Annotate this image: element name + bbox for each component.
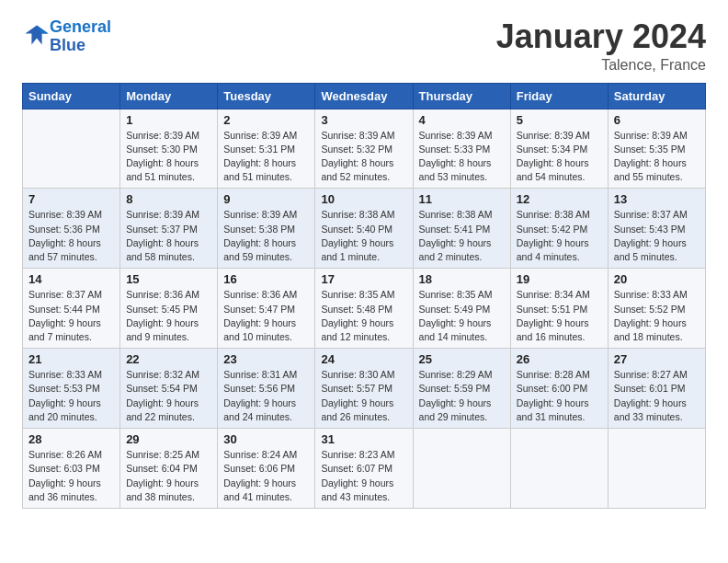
day-number: 10 <box>321 192 406 206</box>
column-header-sunday: Sunday <box>23 83 120 109</box>
day-info: Sunrise: 8:25 AMSunset: 6:04 PMDaylight:… <box>126 448 211 504</box>
calendar-cell: 12Sunrise: 8:38 AMSunset: 5:42 PMDayligh… <box>510 189 608 269</box>
day-number: 16 <box>223 272 309 286</box>
header: General Blue January 2024 Talence, Franc… <box>22 18 706 74</box>
calendar-cell: 3Sunrise: 8:39 AMSunset: 5:32 PMDaylight… <box>315 109 413 189</box>
calendar-cell: 30Sunrise: 8:24 AMSunset: 6:06 PMDayligh… <box>218 429 315 509</box>
day-info: Sunrise: 8:35 AMSunset: 5:48 PMDaylight:… <box>321 288 406 344</box>
calendar-cell: 16Sunrise: 8:36 AMSunset: 5:47 PMDayligh… <box>218 269 315 349</box>
calendar-cell: 1Sunrise: 8:39 AMSunset: 5:30 PMDaylight… <box>120 109 218 189</box>
day-info: Sunrise: 8:29 AMSunset: 5:59 PMDaylight:… <box>419 368 505 424</box>
calendar-cell: 2Sunrise: 8:39 AMSunset: 5:31 PMDaylight… <box>218 109 315 189</box>
calendar-cell: 14Sunrise: 8:37 AMSunset: 5:44 PMDayligh… <box>23 269 120 349</box>
day-number: 25 <box>419 352 505 366</box>
day-info: Sunrise: 8:30 AMSunset: 5:57 PMDaylight:… <box>321 368 406 424</box>
day-info: Sunrise: 8:37 AMSunset: 5:43 PMDaylight:… <box>614 208 700 264</box>
calendar-cell: 24Sunrise: 8:30 AMSunset: 5:57 PMDayligh… <box>315 349 413 429</box>
day-info: Sunrise: 8:32 AMSunset: 5:54 PMDaylight:… <box>126 368 211 424</box>
calendar-cell: 8Sunrise: 8:39 AMSunset: 5:37 PMDaylight… <box>120 189 218 269</box>
calendar-cell <box>510 429 608 509</box>
calendar-cell: 21Sunrise: 8:33 AMSunset: 5:53 PMDayligh… <box>23 349 120 429</box>
calendar-cell: 28Sunrise: 8:26 AMSunset: 6:03 PMDayligh… <box>23 429 120 509</box>
calendar-week-row: 1Sunrise: 8:39 AMSunset: 5:30 PMDaylight… <box>23 109 706 189</box>
day-number: 20 <box>614 272 700 286</box>
calendar-cell: 22Sunrise: 8:32 AMSunset: 5:54 PMDayligh… <box>120 349 218 429</box>
day-number: 18 <box>419 272 505 286</box>
day-number: 22 <box>126 352 211 366</box>
day-info: Sunrise: 8:23 AMSunset: 6:07 PMDaylight:… <box>321 448 406 504</box>
calendar-cell: 25Sunrise: 8:29 AMSunset: 5:59 PMDayligh… <box>413 349 510 429</box>
day-info: Sunrise: 8:37 AMSunset: 5:44 PMDaylight:… <box>28 288 114 344</box>
calendar-cell: 26Sunrise: 8:28 AMSunset: 6:00 PMDayligh… <box>510 349 608 429</box>
calendar-cell: 6Sunrise: 8:39 AMSunset: 5:35 PMDaylight… <box>608 109 705 189</box>
calendar-cell: 27Sunrise: 8:27 AMSunset: 6:01 PMDayligh… <box>608 349 705 429</box>
day-number: 21 <box>28 352 114 366</box>
logo-general: General <box>50 17 111 36</box>
day-number: 27 <box>614 352 700 366</box>
day-info: Sunrise: 8:39 AMSunset: 5:38 PMDaylight:… <box>223 208 309 264</box>
column-header-friday: Friday <box>510 83 608 109</box>
day-number: 5 <box>517 113 602 127</box>
day-number: 13 <box>614 192 700 206</box>
calendar-cell: 17Sunrise: 8:35 AMSunset: 5:48 PMDayligh… <box>315 269 413 349</box>
day-info: Sunrise: 8:38 AMSunset: 5:40 PMDaylight:… <box>321 208 406 264</box>
day-info: Sunrise: 8:33 AMSunset: 5:53 PMDaylight:… <box>28 368 114 424</box>
day-info: Sunrise: 8:35 AMSunset: 5:49 PMDaylight:… <box>419 288 505 344</box>
calendar-week-row: 7Sunrise: 8:39 AMSunset: 5:36 PMDaylight… <box>23 189 706 269</box>
day-info: Sunrise: 8:39 AMSunset: 5:31 PMDaylight:… <box>223 129 309 185</box>
day-info: Sunrise: 8:28 AMSunset: 6:00 PMDaylight:… <box>517 368 602 424</box>
day-number: 9 <box>223 192 309 206</box>
day-number: 12 <box>517 192 602 206</box>
calendar-cell: 18Sunrise: 8:35 AMSunset: 5:49 PMDayligh… <box>413 269 510 349</box>
calendar-cell: 31Sunrise: 8:23 AMSunset: 6:07 PMDayligh… <box>315 429 413 509</box>
day-info: Sunrise: 8:39 AMSunset: 5:32 PMDaylight:… <box>321 129 406 185</box>
calendar-cell: 20Sunrise: 8:33 AMSunset: 5:52 PMDayligh… <box>608 269 705 349</box>
day-number: 31 <box>321 432 406 446</box>
calendar-cell: 23Sunrise: 8:31 AMSunset: 5:56 PMDayligh… <box>218 349 315 429</box>
calendar-cell: 15Sunrise: 8:36 AMSunset: 5:45 PMDayligh… <box>120 269 218 349</box>
calendar-week-row: 28Sunrise: 8:26 AMSunset: 6:03 PMDayligh… <box>23 429 706 509</box>
logo-icon <box>24 22 50 48</box>
day-info: Sunrise: 8:24 AMSunset: 6:06 PMDaylight:… <box>223 448 309 504</box>
svg-marker-0 <box>25 25 48 44</box>
day-info: Sunrise: 8:31 AMSunset: 5:56 PMDaylight:… <box>223 368 309 424</box>
calendar-table: SundayMondayTuesdayWednesdayThursdayFrid… <box>22 83 706 509</box>
day-info: Sunrise: 8:36 AMSunset: 5:45 PMDaylight:… <box>126 288 211 344</box>
calendar-cell: 10Sunrise: 8:38 AMSunset: 5:40 PMDayligh… <box>315 189 413 269</box>
day-number: 24 <box>321 352 406 366</box>
day-number: 29 <box>126 432 211 446</box>
day-number: 23 <box>223 352 309 366</box>
logo-blue: Blue <box>50 36 85 54</box>
day-number: 2 <box>223 113 309 127</box>
calendar-cell: 13Sunrise: 8:37 AMSunset: 5:43 PMDayligh… <box>608 189 705 269</box>
day-number: 3 <box>321 113 406 127</box>
logo: General Blue <box>22 18 111 55</box>
day-number: 26 <box>517 352 602 366</box>
day-number: 7 <box>28 192 114 206</box>
day-number: 6 <box>614 113 700 127</box>
day-info: Sunrise: 8:39 AMSunset: 5:35 PMDaylight:… <box>614 129 700 185</box>
column-header-wednesday: Wednesday <box>315 83 413 109</box>
calendar-cell: 4Sunrise: 8:39 AMSunset: 5:33 PMDaylight… <box>413 109 510 189</box>
day-number: 11 <box>419 192 505 206</box>
day-number: 1 <box>126 113 211 127</box>
calendar-week-row: 14Sunrise: 8:37 AMSunset: 5:44 PMDayligh… <box>23 269 706 349</box>
day-info: Sunrise: 8:27 AMSunset: 6:01 PMDaylight:… <box>614 368 700 424</box>
day-info: Sunrise: 8:36 AMSunset: 5:47 PMDaylight:… <box>223 288 309 344</box>
day-info: Sunrise: 8:39 AMSunset: 5:33 PMDaylight:… <box>419 129 505 185</box>
day-number: 15 <box>126 272 211 286</box>
day-info: Sunrise: 8:38 AMSunset: 5:41 PMDaylight:… <box>419 208 505 264</box>
day-info: Sunrise: 8:39 AMSunset: 5:30 PMDaylight:… <box>126 129 211 185</box>
day-number: 28 <box>28 432 114 446</box>
day-info: Sunrise: 8:39 AMSunset: 5:37 PMDaylight:… <box>126 208 211 264</box>
calendar-cell <box>608 429 705 509</box>
day-number: 30 <box>223 432 309 446</box>
day-info: Sunrise: 8:39 AMSunset: 5:36 PMDaylight:… <box>28 208 114 264</box>
calendar-cell <box>413 429 510 509</box>
calendar-cell: 5Sunrise: 8:39 AMSunset: 5:34 PMDaylight… <box>510 109 608 189</box>
day-number: 17 <box>321 272 406 286</box>
page: General Blue January 2024 Talence, Franc… <box>0 0 728 563</box>
day-number: 19 <box>517 272 602 286</box>
column-header-monday: Monday <box>120 83 218 109</box>
logo-text: General Blue <box>50 18 111 55</box>
